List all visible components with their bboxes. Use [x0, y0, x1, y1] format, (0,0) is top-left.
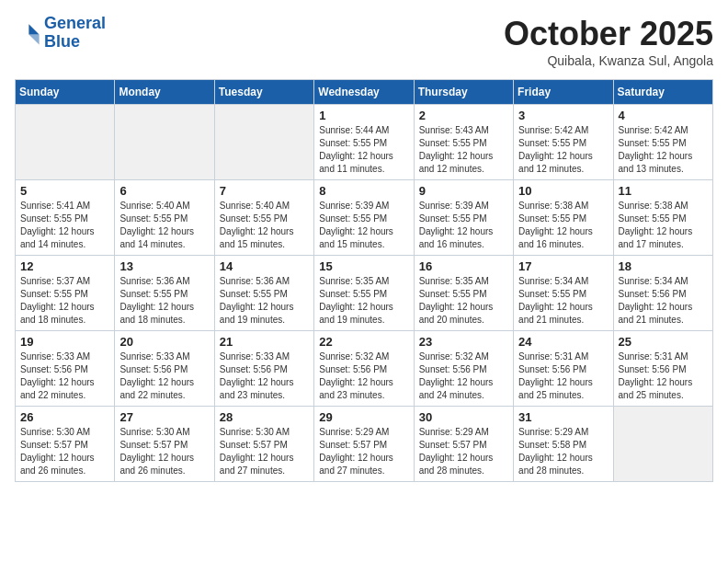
calendar-week-row: 1Sunrise: 5:44 AM Sunset: 5:55 PM Daylig…: [16, 105, 713, 180]
calendar-cell: 18Sunrise: 5:34 AM Sunset: 5:56 PM Dayli…: [613, 256, 712, 331]
calendar-week-row: 19Sunrise: 5:33 AM Sunset: 5:56 PM Dayli…: [16, 331, 713, 407]
calendar-cell: 16Sunrise: 5:35 AM Sunset: 5:55 PM Dayli…: [414, 256, 513, 331]
day-info: Sunrise: 5:29 AM Sunset: 5:57 PM Dayligh…: [419, 426, 508, 477]
calendar-cell: 26Sunrise: 5:30 AM Sunset: 5:57 PM Dayli…: [16, 407, 115, 482]
logo-icon: [15, 20, 40, 46]
day-info: Sunrise: 5:29 AM Sunset: 5:57 PM Dayligh…: [319, 426, 408, 477]
day-number: 29: [319, 410, 408, 424]
weekday-label: Wednesday: [314, 80, 414, 105]
calendar-cell: 1Sunrise: 5:44 AM Sunset: 5:55 PM Daylig…: [314, 105, 414, 180]
day-number: 26: [20, 410, 109, 424]
weekday-label: Friday: [514, 80, 613, 105]
calendar-cell: 28Sunrise: 5:30 AM Sunset: 5:57 PM Dayli…: [214, 407, 313, 482]
day-number: 10: [518, 184, 608, 198]
day-info: Sunrise: 5:38 AM Sunset: 5:55 PM Dayligh…: [518, 200, 608, 251]
day-info: Sunrise: 5:39 AM Sunset: 5:55 PM Dayligh…: [319, 200, 408, 251]
day-info: Sunrise: 5:30 AM Sunset: 5:57 PM Dayligh…: [119, 426, 209, 477]
day-info: Sunrise: 5:44 AM Sunset: 5:55 PM Dayligh…: [319, 124, 408, 176]
day-number: 14: [220, 259, 309, 273]
calendar-cell: 11Sunrise: 5:38 AM Sunset: 5:55 PM Dayli…: [613, 180, 712, 256]
location: Quibala, Kwanza Sul, Angola: [504, 53, 713, 68]
calendar-cell: 3Sunrise: 5:42 AM Sunset: 5:55 PM Daylig…: [514, 105, 613, 180]
day-info: Sunrise: 5:30 AM Sunset: 5:57 PM Dayligh…: [20, 426, 109, 477]
day-info: Sunrise: 5:37 AM Sunset: 5:55 PM Dayligh…: [20, 275, 109, 327]
day-number: 18: [619, 259, 708, 273]
day-info: Sunrise: 5:30 AM Sunset: 5:57 PM Dayligh…: [220, 426, 309, 477]
logo: General Blue: [15, 15, 106, 52]
day-number: 4: [619, 109, 708, 122]
day-number: 15: [319, 259, 408, 273]
calendar-cell: 4Sunrise: 5:42 AM Sunset: 5:55 PM Daylig…: [613, 105, 712, 180]
day-info: Sunrise: 5:40 AM Sunset: 5:55 PM Dayligh…: [119, 200, 209, 251]
day-number: 1: [319, 109, 408, 122]
calendar-cell: 29Sunrise: 5:29 AM Sunset: 5:57 PM Dayli…: [314, 407, 414, 482]
day-info: Sunrise: 5:33 AM Sunset: 5:56 PM Dayligh…: [20, 350, 109, 402]
day-info: Sunrise: 5:34 AM Sunset: 5:55 PM Dayligh…: [518, 275, 608, 327]
day-info: Sunrise: 5:36 AM Sunset: 5:55 PM Dayligh…: [220, 275, 309, 327]
day-number: 23: [419, 335, 508, 349]
day-number: 22: [319, 335, 408, 349]
day-info: Sunrise: 5:42 AM Sunset: 5:55 PM Dayligh…: [518, 124, 608, 176]
day-number: 2: [419, 109, 508, 122]
calendar-cell: 13Sunrise: 5:36 AM Sunset: 5:55 PM Dayli…: [115, 256, 214, 331]
calendar-cell: 21Sunrise: 5:33 AM Sunset: 5:56 PM Dayli…: [214, 331, 313, 407]
calendar-cell: 9Sunrise: 5:39 AM Sunset: 5:55 PM Daylig…: [414, 180, 513, 256]
day-number: 21: [220, 335, 309, 349]
calendar-cell: 20Sunrise: 5:33 AM Sunset: 5:56 PM Dayli…: [115, 331, 214, 407]
svg-marker-1: [28, 34, 39, 44]
day-number: 3: [518, 109, 608, 122]
page-header: General Blue October 2025 Quibala, Kwanz…: [15, 15, 713, 68]
day-info: Sunrise: 5:42 AM Sunset: 5:55 PM Dayligh…: [619, 124, 708, 176]
calendar-cell: 27Sunrise: 5:30 AM Sunset: 5:57 PM Dayli…: [115, 407, 214, 482]
day-number: 28: [220, 410, 309, 424]
day-number: 17: [518, 259, 608, 273]
calendar-cell: 22Sunrise: 5:32 AM Sunset: 5:56 PM Dayli…: [314, 331, 414, 407]
day-number: 31: [518, 410, 608, 424]
weekday-label: Tuesday: [214, 80, 313, 105]
weekday-label: Sunday: [16, 80, 115, 105]
calendar-cell: [16, 105, 115, 180]
calendar-cell: 8Sunrise: 5:39 AM Sunset: 5:55 PM Daylig…: [314, 180, 414, 256]
calendar-cell: 23Sunrise: 5:32 AM Sunset: 5:56 PM Dayli…: [414, 331, 513, 407]
calendar-week-row: 5Sunrise: 5:41 AM Sunset: 5:55 PM Daylig…: [16, 180, 713, 256]
calendar-cell: 19Sunrise: 5:33 AM Sunset: 5:56 PM Dayli…: [16, 331, 115, 407]
calendar-cell: 5Sunrise: 5:41 AM Sunset: 5:55 PM Daylig…: [16, 180, 115, 256]
day-number: 25: [619, 335, 708, 349]
day-number: 9: [419, 184, 508, 198]
weekday-label: Thursday: [414, 80, 513, 105]
calendar-cell: 17Sunrise: 5:34 AM Sunset: 5:55 PM Dayli…: [514, 256, 613, 331]
day-info: Sunrise: 5:39 AM Sunset: 5:55 PM Dayligh…: [419, 200, 508, 251]
weekday-header-row: SundayMondayTuesdayWednesdayThursdayFrid…: [16, 80, 713, 105]
day-info: Sunrise: 5:31 AM Sunset: 5:56 PM Dayligh…: [619, 350, 708, 402]
calendar-week-row: 26Sunrise: 5:30 AM Sunset: 5:57 PM Dayli…: [16, 407, 713, 482]
month-title: October 2025: [504, 15, 713, 53]
day-info: Sunrise: 5:32 AM Sunset: 5:56 PM Dayligh…: [319, 350, 408, 402]
day-info: Sunrise: 5:32 AM Sunset: 5:56 PM Dayligh…: [419, 350, 508, 402]
day-number: 11: [619, 184, 708, 198]
day-info: Sunrise: 5:31 AM Sunset: 5:56 PM Dayligh…: [518, 350, 608, 402]
day-number: 30: [419, 410, 508, 424]
day-number: 8: [319, 184, 408, 198]
calendar-cell: 15Sunrise: 5:35 AM Sunset: 5:55 PM Dayli…: [314, 256, 414, 331]
day-info: Sunrise: 5:40 AM Sunset: 5:55 PM Dayligh…: [220, 200, 309, 251]
day-number: 20: [119, 335, 209, 349]
calendar-cell: [613, 407, 712, 482]
day-number: 7: [220, 184, 309, 198]
calendar-table: SundayMondayTuesdayWednesdayThursdayFrid…: [15, 79, 713, 482]
calendar-cell: [115, 105, 214, 180]
day-number: 6: [119, 184, 209, 198]
calendar-cell: 7Sunrise: 5:40 AM Sunset: 5:55 PM Daylig…: [214, 180, 313, 256]
calendar-cell: 14Sunrise: 5:36 AM Sunset: 5:55 PM Dayli…: [214, 256, 313, 331]
day-number: 13: [119, 259, 209, 273]
day-info: Sunrise: 5:33 AM Sunset: 5:56 PM Dayligh…: [119, 350, 209, 402]
day-number: 24: [518, 335, 608, 349]
weekday-label: Saturday: [613, 80, 712, 105]
svg-marker-0: [28, 24, 39, 34]
day-info: Sunrise: 5:43 AM Sunset: 5:55 PM Dayligh…: [419, 124, 508, 176]
calendar-cell: 24Sunrise: 5:31 AM Sunset: 5:56 PM Dayli…: [514, 331, 613, 407]
day-info: Sunrise: 5:33 AM Sunset: 5:56 PM Dayligh…: [220, 350, 309, 402]
calendar-cell: 30Sunrise: 5:29 AM Sunset: 5:57 PM Dayli…: [414, 407, 513, 482]
calendar-cell: 12Sunrise: 5:37 AM Sunset: 5:55 PM Dayli…: [16, 256, 115, 331]
day-number: 16: [419, 259, 508, 273]
weekday-label: Monday: [115, 80, 214, 105]
